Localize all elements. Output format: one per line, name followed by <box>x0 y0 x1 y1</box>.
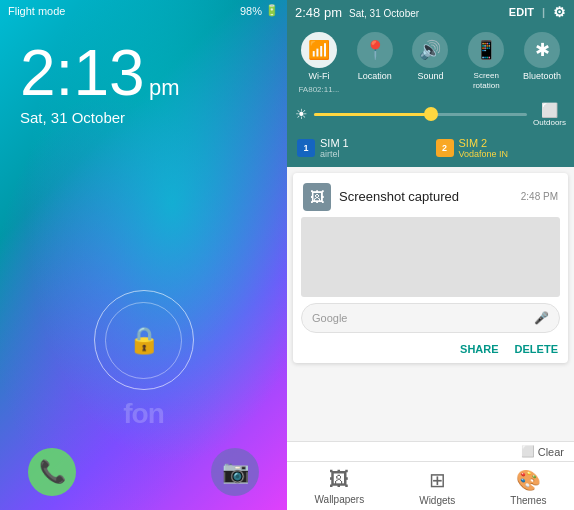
camera-icon: 📷 <box>222 459 249 485</box>
search-placeholder: Google <box>312 312 528 324</box>
brightness-fill <box>314 113 431 116</box>
google-search-bar[interactable]: Google 🎤 <box>301 303 560 333</box>
sim1-badge: 1 <box>297 139 315 157</box>
lockscreen-bottom-bar: 📞 📷 <box>0 434 287 510</box>
outdoors-label: Outdoors <box>533 118 566 127</box>
clear-button[interactable]: ⬜ Clear <box>521 445 564 458</box>
sim1-name: SIM 1 <box>320 137 349 149</box>
camera-button[interactable]: 📷 <box>211 448 259 496</box>
sound-toggle-icon: 🔊 <box>412 32 448 68</box>
notif-date: Sat, 31 October <box>349 8 419 19</box>
widgets-label: Widgets <box>419 495 455 506</box>
screenshot-preview <box>301 217 560 297</box>
clock-date: Sat, 31 October <box>20 109 267 126</box>
toggle-sound[interactable]: 🔊 Sound <box>406 32 454 94</box>
themes-icon: 🎨 <box>516 468 541 492</box>
wallpapers-label: Wallpapers <box>315 494 365 505</box>
location-label: Location <box>358 71 392 82</box>
sound-icon: 🔊 <box>419 39 441 61</box>
bluetooth-label: Bluetooth <box>523 71 561 82</box>
screenshot-icon: 🖼 <box>310 189 324 205</box>
lock-circle: 🔒 <box>94 290 194 390</box>
notification-panel: 2:48 pm Sat, 31 October EDIT | ⚙ 📶 Wi-Fi… <box>287 0 574 510</box>
location-toggle-icon: 📍 <box>357 32 393 68</box>
share-button[interactable]: SHARE <box>460 343 499 355</box>
bluetooth-icon: ✱ <box>535 39 550 61</box>
notif-card-header: 🖼 Screenshot captured 2:48 PM <box>293 173 568 217</box>
settings-icon[interactable]: ⚙ <box>553 4 566 20</box>
toggle-wifi[interactable]: 📶 Wi-Fi FA802:11... <box>295 32 343 94</box>
notif-actions: SHARE DELETE <box>293 339 568 363</box>
sim2-badge: 2 <box>436 139 454 157</box>
clear-row: ⬜ Clear <box>287 442 574 462</box>
sound-label: Sound <box>417 71 443 82</box>
status-bar-left: Flight mode 98% 🔋 <box>0 0 287 21</box>
screenshot-notification: 🖼 Screenshot captured 2:48 PM Google 🎤 S… <box>293 173 568 363</box>
brightness-slider[interactable] <box>314 113 527 116</box>
lock-icon-area: 🔒 <box>94 290 194 390</box>
toggle-location[interactable]: 📍 Location <box>351 32 399 94</box>
outdoors-icon: ⬜ <box>541 102 558 118</box>
wallpapers-shortcut[interactable]: 🖼 Wallpapers <box>315 468 365 506</box>
wifi-icon: 📶 <box>308 39 330 61</box>
edit-button[interactable]: EDIT <box>509 6 534 18</box>
lock-screen: Flight mode 98% 🔋 2:13 pm Sat, 31 Octobe… <box>0 0 287 510</box>
wifi-label: Wi-Fi <box>308 71 329 82</box>
notification-status-bar: 2:48 pm Sat, 31 October EDIT | ⚙ <box>287 0 574 24</box>
rotation-toggle-icon: 📱 <box>468 32 504 68</box>
watermark: fon <box>123 398 164 430</box>
time-display: 2:13 pm Sat, 31 October <box>0 21 287 126</box>
bluetooth-toggle-icon: ✱ <box>524 32 560 68</box>
notif-time: 2:48 pm <box>295 5 342 20</box>
notif-timestamp: 2:48 PM <box>521 191 558 202</box>
sim2-item[interactable]: 2 SIM 2 Vodafone IN <box>436 137 565 159</box>
clock-time: 2:13 <box>20 37 145 109</box>
themes-label: Themes <box>510 495 546 506</box>
notif-title: Screenshot captured <box>339 189 513 204</box>
battery-percent: 98% <box>240 5 262 17</box>
location-icon: 📍 <box>364 39 386 61</box>
notif-app-icon: 🖼 <box>303 183 331 211</box>
widgets-shortcut[interactable]: ⊞ Widgets <box>419 468 455 506</box>
sim1-carrier: airtel <box>320 149 349 159</box>
brightness-thumb <box>424 107 438 121</box>
mic-icon[interactable]: 🎤 <box>534 311 549 325</box>
battery-icon: 🔋 <box>265 4 279 17</box>
notif-controls: EDIT | ⚙ <box>509 4 566 20</box>
sim2-name: SIM 2 <box>459 137 509 149</box>
clear-label: Clear <box>538 446 564 458</box>
phone-button[interactable]: 📞 <box>28 448 76 496</box>
rotation-icon: 📱 <box>475 39 497 61</box>
wallpapers-icon: 🖼 <box>329 468 349 491</box>
battery-area: 98% 🔋 <box>240 4 279 17</box>
flight-mode-label: Flight mode <box>8 5 65 17</box>
brightness-icon: ☀ <box>295 106 308 122</box>
phone-icon: 📞 <box>39 459 66 485</box>
delete-button[interactable]: DELETE <box>515 343 558 355</box>
wifi-sublabel: FA802:11... <box>298 85 339 94</box>
brightness-row: ☀ ⬜ Outdoors <box>287 98 574 133</box>
wifi-toggle-icon: 📶 <box>301 32 337 68</box>
rotation-label: Screen rotation <box>462 71 510 90</box>
sim1-info: SIM 1 airtel <box>320 137 349 159</box>
clock-ampm: pm <box>149 75 180 100</box>
sim-row: 1 SIM 1 airtel 2 SIM 2 Vodafone IN <box>287 133 574 167</box>
bottom-panel: ⬜ Clear 🖼 Wallpapers ⊞ Widgets 🎨 Themes <box>287 441 574 510</box>
lock-icon: 🔒 <box>128 325 160 356</box>
clear-icon: ⬜ <box>521 445 535 458</box>
quick-toggles: 📶 Wi-Fi FA802:11... 📍 Location 🔊 Sound 📱… <box>287 24 574 98</box>
toggle-bluetooth[interactable]: ✱ Bluetooth <box>518 32 566 94</box>
sim1-item[interactable]: 1 SIM 1 airtel <box>297 137 426 159</box>
notif-datetime: 2:48 pm Sat, 31 October <box>295 5 419 20</box>
sim2-info: SIM 2 Vodafone IN <box>459 137 509 159</box>
shortcuts-row: 🖼 Wallpapers ⊞ Widgets 🎨 Themes <box>287 462 574 510</box>
widgets-icon: ⊞ <box>429 468 446 492</box>
toggle-rotation[interactable]: 📱 Screen rotation <box>462 32 510 94</box>
themes-shortcut[interactable]: 🎨 Themes <box>510 468 546 506</box>
sim2-carrier: Vodafone IN <box>459 149 509 159</box>
